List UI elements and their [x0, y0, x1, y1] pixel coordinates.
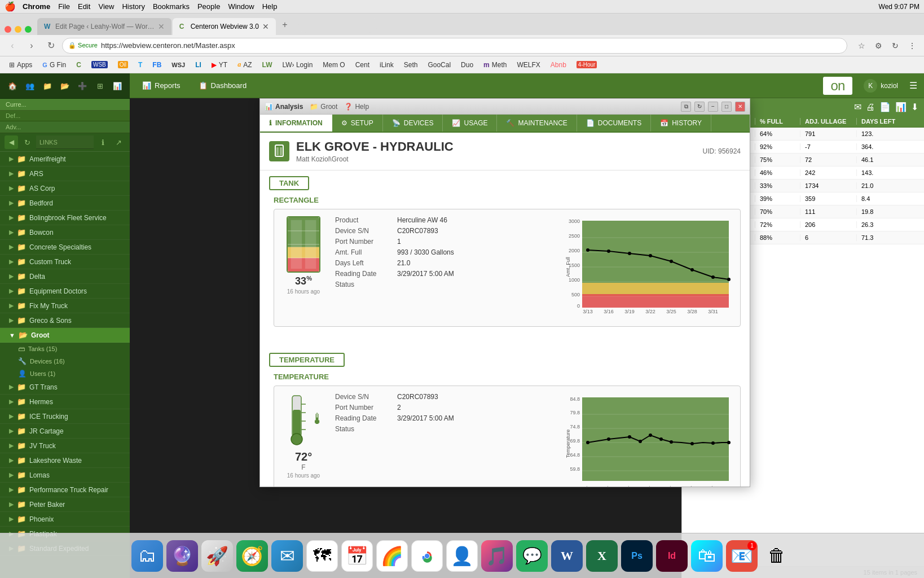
company-lomas[interactable]: ▶ 📁 Lomas [0, 468, 130, 483]
bookmark-meth[interactable]: m Meth [479, 60, 511, 70]
nav-reports[interactable]: 📊 Reports [137, 79, 186, 92]
new-tab-button[interactable]: + [277, 17, 293, 33]
bookmark-4hour[interactable]: 4-Hour [572, 60, 602, 69]
bookmark-oil[interactable]: Oil [113, 60, 133, 69]
dock-maps[interactable]: 🗺 [306, 540, 338, 572]
company-ars[interactable]: ▶ 📁 ARS [0, 167, 130, 181]
company-equipment[interactable]: ▶ 📁 Equipment Doctors [0, 284, 130, 299]
dock-indesign[interactable]: Id [656, 540, 688, 572]
company-amerifreight[interactable]: ▶ 📁 Amerifreight [0, 152, 130, 167]
tab-close-centeron[interactable]: ✕ [262, 22, 269, 31]
tab-close-wp[interactable]: ✕ [158, 22, 165, 31]
company-bolingbrook[interactable]: ▶ 📁 Bolingbrook Fleet Service [0, 211, 130, 225]
dock-siri[interactable]: 🔮 [166, 540, 198, 572]
dock-word[interactable]: W [551, 540, 583, 572]
company-gttrans[interactable]: ▶ 📁 GT Trans [0, 380, 130, 395]
company-groot-tanks[interactable]: 🗃 Tanks (15) [0, 343, 130, 355]
company-custom-truck[interactable]: ▶ 📁 Custom Truck [0, 255, 130, 269]
company-ascorp[interactable]: ▶ 📁 AS Corp [0, 181, 130, 196]
company-delta[interactable]: ▶ 📁 Delta [0, 269, 130, 284]
sidebar-action-icon1[interactable]: ↻ [20, 135, 34, 149]
company-concrete[interactable]: ▶ 📁 Concrete Specialties [0, 240, 130, 255]
tab-information[interactable]: ℹ INFORMATION [260, 115, 332, 132]
tab-devices[interactable]: 📡 DEVICES [383, 115, 443, 132]
company-groot-users[interactable]: 👤 Users (1) [0, 367, 130, 380]
company-ice[interactable]: ▶ 📁 ICE Trucking [0, 409, 130, 424]
bookmark-t[interactable]: T [134, 60, 147, 70]
modal-minimize-btn[interactable]: − [708, 102, 718, 112]
bookmark-apps[interactable]: ⊞ Apps [5, 60, 37, 70]
nav-dashboard[interactable]: 📋 Dashboard [193, 79, 253, 92]
bookmark-ilink[interactable]: iLink [375, 60, 398, 70]
dock-itunes[interactable]: 🎵 [481, 540, 513, 572]
company-fixmytruck[interactable]: ▶ 📁 Fix My Truck [0, 299, 130, 313]
address-bar[interactable]: 🔒 Secure https://webview.centeron.net/Ma… [62, 38, 847, 54]
company-jv[interactable]: ▶ 📁 JV Truck [0, 439, 130, 453]
dock-messages[interactable]: 💬 [516, 540, 548, 572]
sidebar-toggle-icon[interactable]: ☰ [909, 80, 917, 91]
menu-help[interactable]: Help [262, 2, 278, 11]
modal-maximize-btn[interactable]: □ [721, 102, 732, 112]
dock-mail[interactable]: ✉ [271, 540, 303, 572]
panel-download-icon[interactable]: ⬇ [911, 102, 918, 112]
company-hermes[interactable]: ▶ 📁 Hermes [0, 395, 130, 409]
bookmark-cent[interactable]: Cent [351, 60, 374, 70]
menu-app-name[interactable]: Chrome [23, 2, 50, 11]
dock-photoshop[interactable]: Ps [621, 540, 653, 572]
company-lakeshore[interactable]: ▶ 📁 Lakeshore Waste [0, 453, 130, 468]
panel-excel-icon[interactable]: 📊 [895, 102, 907, 112]
dock-safari[interactable]: 🧭 [236, 540, 268, 572]
company-groot-devices[interactable]: 🔧 Devices (16) [0, 355, 130, 367]
dock-photos[interactable]: 🌈 [376, 540, 408, 572]
company-peter[interactable]: ▶ 📁 Peter Baker [0, 497, 130, 512]
sidebar-grid-icon[interactable]: ⊞ [93, 78, 108, 94]
company-jr[interactable]: ▶ 📁 JR Cartage [0, 424, 130, 439]
dock-chrome[interactable] [411, 540, 443, 572]
dock-excel[interactable]: X [586, 540, 618, 572]
tab-maintenance[interactable]: 🔨 MAINTENANCE [497, 115, 577, 132]
bookmark-lw[interactable]: LW [258, 60, 277, 70]
menu-people[interactable]: People [197, 2, 220, 11]
bookmark-az[interactable]: a AZ [233, 59, 256, 70]
dock-trash[interactable]: 🗑 [761, 540, 793, 572]
bookmark-star-btn[interactable]: ☆ [854, 38, 869, 53]
window-close-btn[interactable] [5, 26, 11, 33]
sidebar-action-icon2[interactable]: ℹ [96, 135, 109, 149]
bookmark-welfx[interactable]: WELFX [512, 60, 544, 70]
sidebar-add-icon[interactable]: ➕ [75, 78, 90, 94]
company-greco[interactable]: ▶ 📁 Greco & Sons [0, 313, 130, 328]
bookmark-wsj[interactable]: WSJ [167, 60, 190, 69]
company-bowcon[interactable]: ▶ 📁 Bowcon [0, 225, 130, 240]
bookmark-goocal[interactable]: GooCal [423, 60, 455, 70]
dock-contacts[interactable]: 👤 [446, 540, 478, 572]
modal-refresh-btn[interactable]: ↻ [694, 102, 705, 112]
sidebar-prev-btn[interactable]: ◀ [5, 135, 18, 149]
modal-nav-help[interactable]: ❓ Help [344, 103, 369, 111]
bookmark-c[interactable]: C [72, 60, 86, 70]
bookmark-seth[interactable]: Seth [399, 60, 423, 70]
dock-calendar[interactable]: 📅 [341, 540, 373, 572]
bookmark-duo[interactable]: Duo [456, 60, 478, 70]
bookmark-abnb[interactable]: Abnb [546, 60, 571, 70]
dock-launchpad[interactable]: 🚀 [201, 540, 233, 572]
company-phoenix[interactable]: ▶ 📁 Phoenix [0, 512, 130, 527]
bookmark-memo[interactable]: Mem O [318, 60, 349, 70]
menu-edit[interactable]: Edit [78, 2, 90, 11]
sidebar-chart-icon[interactable]: 📊 [110, 78, 125, 94]
menu-view[interactable]: View [98, 2, 114, 11]
modal-nav-groot[interactable]: 📁 Groot [310, 103, 337, 111]
panel-print-icon[interactable]: 🖨 [866, 102, 875, 112]
chrome-menu-btn[interactable]: ⋮ [905, 38, 919, 53]
menu-window[interactable]: Window [228, 2, 254, 11]
dock-appstore[interactable]: 🛍 [691, 540, 723, 572]
address-bar-mini[interactable] [298, 17, 377, 33]
tab-centeron[interactable]: C Centeron Webview 3.0 ✕ [173, 18, 276, 35]
modal-close-btn[interactable]: ✕ [735, 102, 745, 112]
tab-documents[interactable]: 📄 DOCUMENTS [577, 115, 651, 132]
sidebar-folder-icon[interactable]: 📁 [39, 78, 55, 94]
bookmark-gfin[interactable]: G G Fin [38, 60, 71, 70]
tab-setup[interactable]: ⚙ SETUP [332, 115, 383, 132]
bookmark-li[interactable]: LI [191, 60, 206, 70]
sidebar-folder2-icon[interactable]: 📂 [57, 78, 72, 94]
tab-usage[interactable]: 📈 USAGE [443, 115, 497, 132]
